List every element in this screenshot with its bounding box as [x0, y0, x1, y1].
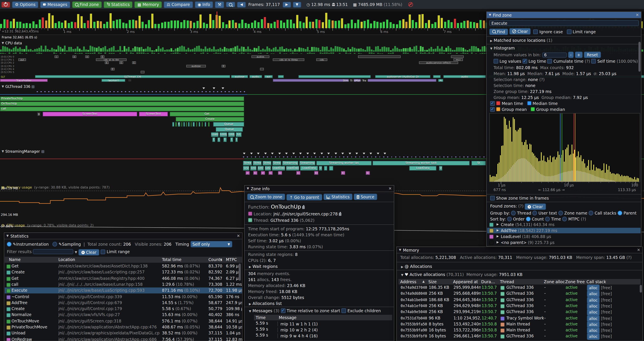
go-to-parent-button[interactable]: ↑Go to parent: [286, 194, 322, 200]
stats-row[interactable]: ~Control jni/../jni/src/guif/Control.cpp…: [5, 294, 242, 300]
limit-range-checkbox[interactable]: [567, 30, 571, 34]
close-icon[interactable]: ✕: [237, 234, 240, 238]
stats-row[interactable]: Get /mnt/e/claw/src/claw/base/AssetDict.…: [5, 263, 242, 269]
alloc-callstack-button[interactable]: alloc: [587, 321, 600, 328]
found-zones-list[interactable]: ▶ Create (54,131) 643.34 ms ▶ AddTree (1…: [487, 222, 642, 246]
zoom-tool-button[interactable]: [226, 2, 236, 7]
frame-dropdown-button[interactable]: ▼: [293, 2, 301, 8]
clear-found-button[interactable]: ✕Clear: [525, 203, 546, 210]
memory-row[interactable]: 0x74a9d68040 256 KB 295,668,489ns 13:50.…: [399, 291, 640, 297]
close-icon[interactable]: ✕: [637, 248, 640, 252]
sampling-radio[interactable]: [53, 242, 57, 246]
log-values-checkbox[interactable]: [494, 59, 498, 64]
zoom-to-zone-button[interactable]: Zoom to zone: [247, 194, 285, 200]
message-row[interactable]: 5.59 s mip 11 w 1 h 1 (1): [254, 321, 318, 326]
alloc-callstack-button[interactable]: alloc: [587, 333, 600, 340]
group-mean-checkbox[interactable]: [490, 107, 495, 112]
find-button[interactable]: Find: [489, 28, 508, 35]
histogram-toggle[interactable]: ▼ Histogram: [490, 46, 515, 50]
active-allocations-toggle[interactable]: ▼ ♥ Active allocations (70,311) Memory u…: [401, 272, 522, 277]
memory-row[interactable]: 0x7553b9fa90 16 bytes 153,722,396ns 13:5…: [399, 327, 640, 333]
clear-filter-button[interactable]: ✕Clear: [78, 249, 100, 255]
memory-table-body[interactable]: 0x74a9d37040 186.35 KB 295,999,844ns 13:…: [398, 284, 640, 341]
alloc-callstack-button[interactable]: alloc: [587, 291, 600, 297]
memory-row[interactable]: 0x7531d7b040 96 KB 1:10 234,952,161 12:4…: [399, 315, 640, 321]
radio-count[interactable]: [526, 217, 530, 221]
memory-row[interactable]: 0x7553b9fa50 8 bytes 153,492,240ns 13:50…: [399, 321, 640, 327]
memory-button[interactable]: ▦Memory: [134, 1, 162, 8]
alloc-callstack-button[interactable]: alloc: [587, 309, 600, 316]
self-time-checkbox[interactable]: [591, 59, 596, 64]
zone-info-header[interactable]: ▼Zone info✕: [245, 186, 394, 192]
allocations-list-toggle[interactable]: ▶ Allocations list: [249, 301, 282, 306]
find-zone-button[interactable]: Find zone: [72, 1, 102, 8]
memory-table-header[interactable]: Address ▲ Size Appeared at Dura… Thread …: [398, 279, 640, 284]
alloc-callstack-button[interactable]: alloc: [587, 303, 600, 310]
allocations-toggle[interactable]: ▶ @ Allocations: [401, 264, 432, 269]
log-time-checkbox[interactable]: [522, 59, 527, 64]
matched-locations-toggle[interactable]: ▶ Matched source locations (1): [490, 38, 552, 43]
stats-row[interactable]: Unload jni/../jni/src/claw/graphics/pixe…: [5, 330, 242, 336]
alloc-callstack-button[interactable]: alloc: [587, 284, 600, 291]
stats-row[interactable]: OnRedraw jni/../jni/src/claw/application…: [5, 336, 242, 341]
time-relative-checkbox[interactable]: [281, 308, 285, 313]
stats-row[interactable]: Execute jni/../jni/src/claw/base/LuaScri…: [5, 287, 242, 293]
radio-parent[interactable]: [618, 211, 622, 215]
info-button[interactable]: ◉Info: [194, 1, 213, 8]
found-zone-row[interactable]: ▶ <no parent> (9) 225.73 µs: [487, 240, 641, 245]
timing-dropdown[interactable]: Self only▼: [190, 241, 232, 247]
statistics-button[interactable]: Statistics: [323, 194, 352, 200]
memory-scrollbar[interactable]: [640, 285, 642, 293]
radio-mtpc[interactable]: [562, 217, 567, 221]
next-frame-button[interactable]: ▶: [282, 2, 291, 8]
memory-panel-header[interactable]: ▼Memory✕: [397, 247, 642, 253]
stats-table-header[interactable]: Name Location Total time Counts ▼ MTPC: [5, 257, 242, 263]
wait-regions-toggle[interactable]: ▶ Wait regions: [249, 264, 278, 269]
radio-zone-name[interactable]: [558, 211, 563, 215]
ignore-case-checkbox[interactable]: [534, 30, 538, 34]
stats-scrollbar[interactable]: [239, 264, 241, 281]
find-zone-input[interactable]: [489, 20, 639, 26]
show-zone-time-checkbox[interactable]: [490, 196, 495, 200]
message-row[interactable]: 5.59 s mip 10 w 2 h 2 (4): [254, 327, 318, 332]
stats-row[interactable]: call jni/../jni/../../../src/claw/base/L…: [5, 281, 242, 287]
cumulate-time-checkbox[interactable]: [548, 59, 552, 64]
found-zone-row[interactable]: ▶ AddTree (18,542) 227.19 ms: [487, 228, 641, 233]
mean-time-checkbox[interactable]: [490, 101, 495, 106]
funnel-icon[interactable]: ▼: [75, 251, 77, 254]
increment-button[interactable]: +: [575, 52, 583, 58]
exclude-children-checkbox[interactable]: [342, 308, 346, 313]
clipboard-icon[interactable]: [302, 206, 305, 209]
close-icon[interactable]: ✕: [636, 13, 639, 17]
clear-button[interactable]: Clear: [509, 28, 531, 35]
stats-row[interactable]: Normalize jni/../jni/src/claw/vfs/Vfs.cp…: [5, 312, 242, 318]
tools-button[interactable]: ⚒: [215, 1, 224, 8]
find-zone-header[interactable]: ▼Find zone✕: [487, 12, 641, 18]
statistics-button[interactable]: Statistics: [104, 1, 133, 8]
stats-row[interactable]: Create jni/../jni/src/guif/Control.cpp:1…: [5, 306, 242, 312]
messages-button[interactable]: Messages: [40, 1, 70, 8]
stats-row[interactable]: AddTree jni/../jni/src/guif/Control.cpp:…: [5, 300, 242, 306]
power-button[interactable]: [1, 2, 10, 8]
found-zone-row[interactable]: ▶ LoadLevel (18) 406.88 µs: [487, 234, 641, 239]
prev-frame-button[interactable]: ◀: [237, 2, 246, 8]
alloc-callstack-button[interactable]: alloc: [587, 315, 600, 322]
close-icon[interactable]: ✕: [388, 186, 392, 191]
limit-range-checkbox[interactable]: [100, 249, 105, 254]
memory-row[interactable]: 0x74ab1be040 186.68 KB 294,645,364ns 13:…: [399, 297, 640, 303]
radio-order[interactable]: [507, 217, 512, 221]
memory-row[interactable]: 0x74ab1ef040 256 KB 294,629,948ns 13:50.…: [399, 303, 640, 309]
reset-button[interactable]: Reset: [584, 52, 601, 58]
radio-user-text[interactable]: [532, 211, 537, 215]
memory-row[interactable]: 0x74ab9e5040 256 KB 293,994,219ns 13:50.…: [399, 309, 640, 315]
filter-input[interactable]: [33, 249, 74, 254]
messages-toggle[interactable]: ▼ Messages (3) Time relative to zone sta…: [249, 308, 381, 313]
radio-thread[interactable]: [511, 211, 516, 215]
message-row[interactable]: 5.59 s mip 9 w 4 h 4 (16): [254, 333, 318, 338]
statistics-panel-header[interactable]: ▼Statistics✕: [4, 233, 242, 239]
source-button[interactable]: Source: [354, 194, 377, 200]
memory-row[interactable]: 0x74a9d37040 186.35 KB 295,999,844ns 13:…: [399, 284, 640, 291]
radio-call-stacks[interactable]: [588, 211, 593, 215]
stats-row[interactable]: Create jni/../jni/src/claw/base/LuaScrip…: [5, 269, 242, 275]
instrumentation-radio[interactable]: [7, 242, 12, 246]
